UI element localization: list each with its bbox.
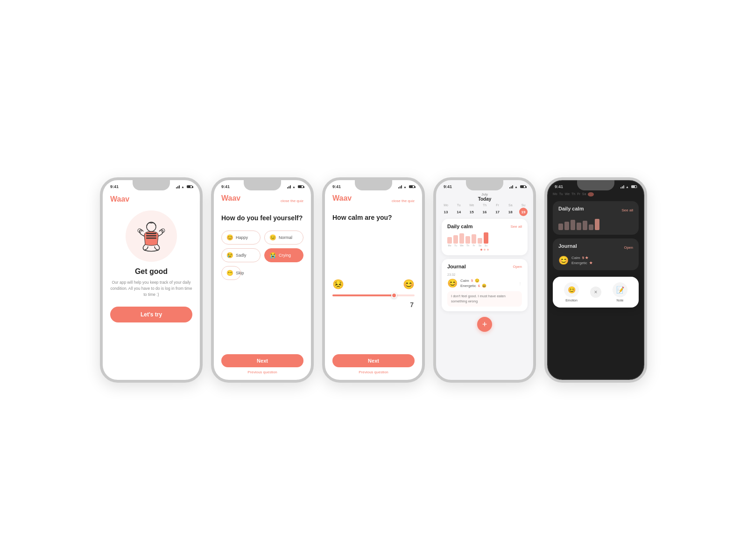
cal-day-we: We 15 — [467, 203, 476, 216]
cal-day-su[interactable]: Su 19 — [519, 203, 528, 216]
battery-4 — [520, 185, 526, 188]
see-all-button[interactable]: See all — [511, 224, 522, 229]
dot-1 — [480, 249, 482, 251]
slider-value: 7 — [410, 301, 414, 308]
signal-bar-3 — [179, 185, 180, 189]
emotion-action[interactable]: 😊 Emotion — [564, 282, 579, 302]
svg-rect-1 — [146, 233, 156, 234]
calendar-month: July — [442, 192, 528, 196]
dark-calm-bars — [558, 218, 633, 230]
emotion-skip[interactable]: 😶 Skip — [221, 266, 241, 280]
add-popup-menu: 😊 Emotion × 📝 Note — [553, 277, 639, 308]
status-icons-3: ▲ — [398, 185, 415, 189]
svg-rect-3 — [146, 238, 156, 239]
screen-dashboard: 9:41 ▲ July Today — [436, 180, 533, 380]
cal-day-mo: Mo 13 — [442, 203, 450, 216]
phone-welcome: 9:41 ▲ Waav — [100, 177, 203, 383]
app-logo-3: Waav — [332, 194, 352, 203]
emotion-icon-circle[interactable]: 😊 — [564, 282, 579, 297]
note-popup-label: Note — [617, 299, 624, 302]
dashboard-content: July Today Mo 13 Tu 14 We 15 — [436, 190, 533, 380]
emotion-normal[interactable]: 😐 Normal — [264, 231, 303, 245]
calm-dots — [447, 249, 522, 251]
cal-day-sa: Sa 18 — [506, 203, 514, 216]
signal-bar-1 — [176, 187, 177, 189]
emotion-happy[interactable]: 😊 Happy — [221, 231, 261, 245]
calm-slider[interactable] — [332, 294, 415, 296]
screen-dark: 9:41 ▲ — [547, 180, 644, 380]
person-svg — [135, 217, 168, 255]
prev-question-3[interactable]: Previous question — [359, 370, 388, 374]
happy-label: Happy — [236, 235, 248, 240]
dark-daily-calm-card: Daily calm See all — [553, 201, 639, 235]
journal-emoji: 😊 — [447, 278, 458, 288]
emotion-sadly[interactable]: 😢 Sadly — [221, 248, 261, 262]
close-icon: × — [594, 289, 597, 295]
journal-more-icon[interactable]: ⋮ — [518, 281, 522, 286]
phone-notch-4 — [466, 180, 503, 190]
phone-notch-5 — [577, 180, 614, 190]
next-button-2[interactable]: Next — [221, 354, 303, 367]
slider-area: 😣 😊 7 — [332, 232, 415, 354]
energetic-label: Energetic — [460, 284, 476, 288]
battery-5 — [631, 185, 637, 188]
wifi-icon-2: ▲ — [292, 185, 296, 189]
close-quiz-button[interactable]: close the quiz — [281, 199, 303, 203]
phone-dashboard: 9:41 ▲ July Today — [433, 177, 536, 383]
signal-1 — [176, 185, 180, 189]
add-entry-fab[interactable]: + — [477, 317, 492, 332]
lets-try-button[interactable]: Let's try — [110, 307, 192, 322]
dot-3 — [487, 249, 489, 251]
journal-entry: 23:32 😊 Calm 5 😌 Energetic — [447, 273, 522, 307]
slider-thumb[interactable] — [391, 293, 397, 298]
welcome-illustration — [126, 210, 177, 262]
next-button-3[interactable]: Next — [332, 354, 415, 367]
dark-journal-header: Journal Open — [558, 243, 633, 252]
prev-question-2[interactable]: Previous question — [247, 370, 277, 374]
welcome-title: Get good — [135, 267, 168, 276]
dark-open-journal[interactable]: Open — [624, 245, 633, 250]
energetic-score: 6 — [478, 284, 480, 288]
emotion-crying[interactable]: 😭 Crying — [264, 248, 303, 262]
journal-tag-calm: Calm 5 😌 — [460, 279, 515, 283]
phone-quiz-emotion: 9:41 ▲ Waav close the quiz How do you fe — [211, 177, 314, 383]
journal-title: Journal — [447, 264, 466, 269]
screen-quiz-calm: 9:41 ▲ Waav close the quiz How calm are — [325, 180, 422, 380]
slider-footer: Next Previous question — [332, 354, 415, 374]
crying-emoji: 😭 — [269, 252, 276, 259]
battery-1 — [187, 185, 192, 188]
dark-journal-row: 😊 Calm 5 ★ Energetic ★ — [558, 255, 633, 266]
quiz-header-3: Waav close the quiz — [332, 194, 415, 207]
note-icon-circle[interactable]: 📝 — [613, 282, 627, 297]
app-logo-2: Waav — [221, 194, 240, 203]
quiz-header-2: Waav close the quiz — [221, 194, 303, 207]
bar-tu: Tu — [453, 235, 458, 247]
dark-content: Mo Tu We Th Fr Sa Su Daily calm — [547, 190, 644, 380]
dark-see-all[interactable]: See all — [622, 208, 633, 212]
signal-2 — [287, 185, 291, 189]
popup-close-button[interactable]: × — [590, 287, 601, 298]
note-action[interactable]: 📝 Note — [613, 282, 627, 302]
phone-quiz-calm: 9:41 ▲ Waav close the quiz How calm are — [322, 177, 425, 383]
quiz-calm-content: Waav close the quiz How calm are you? 😣 … — [325, 190, 422, 380]
quiz-emotion-content: Waav close the quiz How do you feel your… — [214, 190, 311, 380]
dark-tag-calm: Calm 5 ★ — [571, 256, 633, 260]
dark-journal-tags: Calm 5 ★ Energetic ★ — [571, 256, 633, 265]
close-quiz-3[interactable]: close the quiz — [392, 199, 415, 203]
bar-mo: Mo — [447, 237, 452, 247]
open-journal-button[interactable]: Open — [513, 265, 522, 269]
time-1: 9:41 — [110, 184, 119, 189]
dark-journal-card: Journal Open 😊 Calm 5 ★ Energetic — [553, 238, 639, 270]
skip-label: Skip — [236, 271, 244, 275]
cal-day-th: Th 16 — [480, 203, 489, 216]
screen-quiz-emotion: 9:41 ▲ Waav close the quiz How do you fe — [214, 180, 311, 380]
battery-3 — [409, 185, 415, 188]
status-icons-4: ▲ — [509, 185, 526, 189]
time-2: 9:41 — [221, 184, 230, 189]
status-icons-5: ▲ — [620, 185, 637, 189]
bar-fr: Fr — [472, 234, 476, 247]
emotion-popup-emoji: 😊 — [568, 286, 576, 294]
time-3: 9:41 — [332, 184, 341, 189]
screen-welcome: 9:41 ▲ Waav — [103, 180, 200, 380]
signal-4 — [509, 185, 513, 189]
